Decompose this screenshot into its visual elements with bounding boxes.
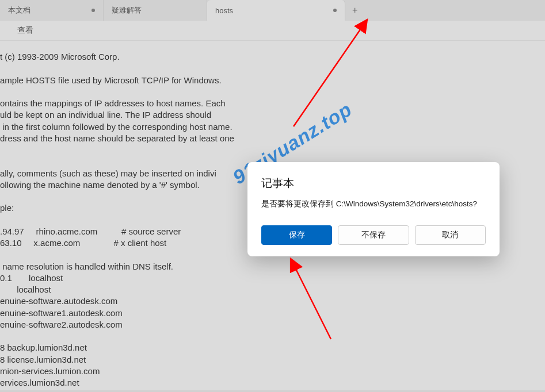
- save-dialog: 记事本 是否要将更改保存到 C:\Windows\System32\driver…: [247, 162, 500, 256]
- dialog-button-row: 保存 不保存 取消: [261, 225, 486, 245]
- dont-save-button[interactable]: 不保存: [338, 225, 409, 245]
- save-button[interactable]: 保存: [261, 225, 332, 245]
- dialog-message: 是否要将更改保存到 C:\Windows\System32\drivers\et…: [261, 199, 486, 209]
- dialog-title: 记事本: [261, 176, 486, 191]
- cancel-button[interactable]: 取消: [415, 225, 486, 245]
